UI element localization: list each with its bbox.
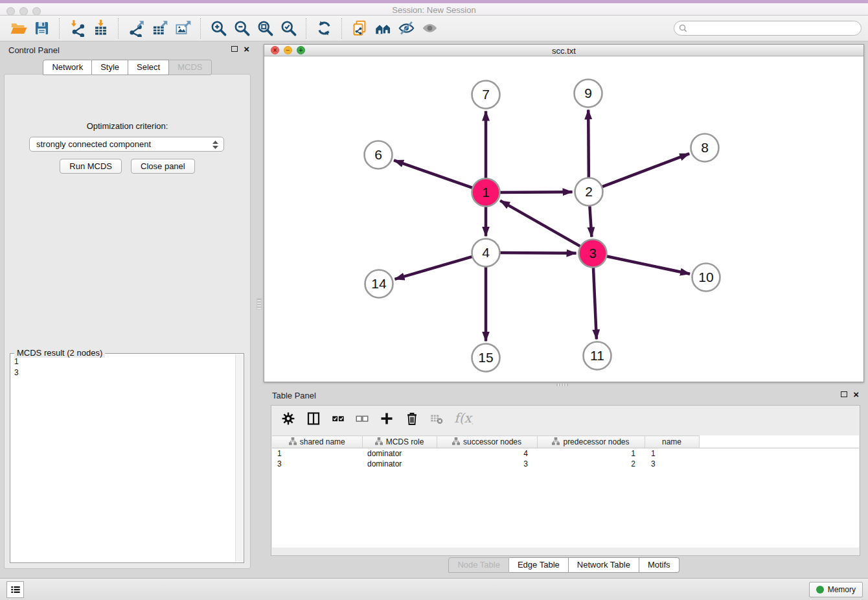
column-header-predecessor-nodes[interactable]: predecessor nodes bbox=[537, 436, 645, 448]
horizontal-splitter[interactable] bbox=[264, 382, 868, 387]
tab-node-table[interactable]: Node Table bbox=[448, 557, 509, 573]
splitter-grip[interactable] bbox=[556, 384, 568, 386]
mcds-result-list[interactable]: 13 bbox=[14, 356, 234, 561]
settings-button[interactable] bbox=[280, 411, 296, 426]
column-header-shared-name[interactable]: shared name bbox=[272, 436, 362, 448]
node-10[interactable]: 10 bbox=[692, 264, 720, 292]
cell-name[interactable]: 1 bbox=[645, 448, 699, 459]
tab-style[interactable]: Style bbox=[92, 60, 128, 75]
first-neighbors-button[interactable] bbox=[371, 17, 394, 40]
mcds-tab-content: Optimization criterion: strongly connect… bbox=[4, 74, 251, 569]
duplicate-network-button[interactable] bbox=[348, 17, 371, 40]
table-row[interactable]: 1dominator411 bbox=[272, 448, 859, 459]
node-15[interactable]: 15 bbox=[472, 344, 500, 372]
node-4[interactable]: 4 bbox=[472, 239, 500, 267]
edge-2-8[interactable] bbox=[600, 154, 689, 187]
float-panel-icon[interactable] bbox=[231, 46, 238, 52]
export-image-button[interactable] bbox=[171, 17, 194, 40]
node-1[interactable]: 1 bbox=[472, 179, 500, 207]
close-panel-button[interactable]: Close panel bbox=[131, 159, 195, 174]
run-mcds-button[interactable]: Run MCDS bbox=[60, 159, 122, 174]
tab-mcds[interactable]: MCDS bbox=[169, 60, 211, 75]
cell-successor-nodes[interactable]: 4 bbox=[437, 448, 537, 459]
edge-3-10[interactable] bbox=[605, 256, 690, 274]
network-graph[interactable]: 1234678910111415 bbox=[264, 56, 863, 382]
table-panel-header: Table Panel × bbox=[264, 387, 864, 404]
cell-shared-name[interactable]: 1 bbox=[272, 448, 362, 459]
task-history-button[interactable] bbox=[6, 581, 24, 598]
zoom-selected-button[interactable] bbox=[277, 17, 300, 40]
column-visibility-button[interactable] bbox=[306, 411, 321, 426]
node-label: 15 bbox=[478, 350, 493, 365]
edge-3-11[interactable] bbox=[593, 266, 597, 339]
memory-button[interactable]: Memory bbox=[809, 582, 863, 597]
add-row-button[interactable] bbox=[379, 411, 394, 426]
float-panel-icon[interactable] bbox=[841, 391, 847, 397]
edge-2-3[interactable] bbox=[589, 204, 591, 237]
node-7[interactable]: 7 bbox=[472, 81, 500, 109]
hide-details-button[interactable] bbox=[394, 17, 418, 40]
main-toolbar bbox=[0, 16, 868, 41]
optimization-criterion-select[interactable]: strongly connected component bbox=[29, 137, 224, 152]
cell-predecessor-nodes[interactable]: 1 bbox=[537, 448, 645, 459]
deselect-all-button[interactable] bbox=[355, 411, 369, 426]
table-panel-box: f(x) shared nameMCDS rolesuccessor nodes… bbox=[271, 405, 860, 556]
tab-edge-table[interactable]: Edge Table bbox=[509, 557, 569, 573]
control-panel-tabs: NetworkStyleSelectMCDS bbox=[0, 60, 255, 75]
cell-MCDS-role[interactable]: dominator bbox=[362, 448, 437, 459]
zoom-fit-button[interactable] bbox=[253, 17, 277, 40]
chevron-updown-icon bbox=[212, 140, 219, 152]
import-table-button[interactable] bbox=[89, 17, 112, 40]
node-14[interactable]: 14 bbox=[365, 270, 393, 298]
edge-1-2[interactable] bbox=[498, 192, 572, 192]
tab-select[interactable]: Select bbox=[128, 60, 169, 75]
refresh-view-button[interactable] bbox=[312, 17, 336, 40]
node-2[interactable]: 2 bbox=[575, 178, 603, 206]
table-row[interactable]: 3dominator323 bbox=[272, 459, 859, 469]
cell-successor-nodes[interactable]: 3 bbox=[437, 459, 537, 469]
column-header-successor-nodes[interactable]: successor nodes bbox=[437, 436, 537, 448]
zoom-out-button[interactable] bbox=[230, 17, 253, 40]
edge-1-6[interactable] bbox=[394, 160, 474, 188]
close-panel-icon[interactable]: × bbox=[853, 390, 859, 398]
tab-network-table[interactable]: Network Table bbox=[569, 557, 639, 573]
cytoscape-app: Session: New Session Control Panel × Net… bbox=[0, 0, 868, 600]
export-network-button[interactable] bbox=[124, 17, 148, 40]
result-scrollbar[interactable] bbox=[235, 354, 243, 562]
svg-text:f(x): f(x) bbox=[454, 410, 473, 426]
edge-3-1[interactable] bbox=[500, 201, 582, 248]
cell-predecessor-nodes[interactable]: 2 bbox=[537, 459, 645, 469]
search-input[interactable] bbox=[674, 21, 862, 36]
delete-row-button[interactable] bbox=[404, 411, 420, 426]
cell-MCDS-role[interactable]: dominator bbox=[362, 459, 437, 469]
node-8[interactable]: 8 bbox=[691, 134, 719, 162]
open-session-button[interactable] bbox=[6, 17, 30, 40]
birdseye-view-button[interactable] bbox=[418, 17, 441, 40]
node-9[interactable]: 9 bbox=[575, 80, 602, 108]
edge-4-3[interactable] bbox=[498, 253, 576, 253]
cell-name[interactable]: 3 bbox=[645, 459, 699, 469]
vertical-splitter[interactable] bbox=[255, 41, 264, 574]
edge-4-14[interactable] bbox=[394, 256, 474, 279]
column-header-name[interactable]: name bbox=[645, 436, 699, 448]
import-network-button[interactable] bbox=[65, 17, 89, 40]
node-3[interactable]: 3 bbox=[579, 240, 607, 268]
node-11[interactable]: 11 bbox=[584, 342, 611, 370]
cell-shared-name[interactable]: 3 bbox=[272, 459, 362, 469]
save-session-button[interactable] bbox=[30, 17, 53, 40]
export-table-button[interactable] bbox=[148, 17, 171, 40]
splitter-grip[interactable] bbox=[257, 298, 262, 310]
edge-2-9[interactable] bbox=[588, 110, 589, 179]
column-type-icon bbox=[289, 437, 297, 447]
tab-network[interactable]: Network bbox=[43, 60, 92, 75]
network-canvas[interactable]: 1234678910111415 bbox=[264, 56, 863, 382]
tab-motifs[interactable]: Motifs bbox=[639, 557, 680, 573]
select-all-button[interactable] bbox=[331, 411, 345, 426]
zoom-in-button[interactable] bbox=[207, 17, 230, 40]
node-6[interactable]: 6 bbox=[365, 141, 393, 169]
toolbar-separator bbox=[306, 18, 306, 39]
column-header-MCDS-role[interactable]: MCDS role bbox=[362, 436, 437, 448]
cell-filler bbox=[699, 448, 859, 459]
mcds-result-group: MCDS result (2 nodes) 13 bbox=[10, 353, 244, 563]
close-panel-icon[interactable]: × bbox=[244, 45, 249, 53]
